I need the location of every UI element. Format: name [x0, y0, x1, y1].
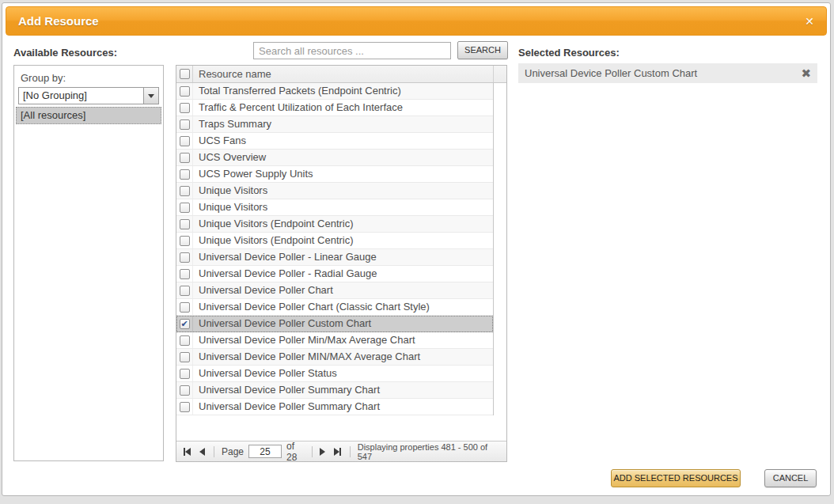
table-row[interactable]: Unique Visitors: [176, 199, 493, 216]
pager-divider: [312, 446, 313, 457]
select-all-checkbox[interactable]: [180, 69, 190, 79]
row-checkbox[interactable]: ✔: [180, 319, 190, 329]
group-by-dropdown[interactable]: [No Grouping]: [18, 87, 159, 104]
row-checkbox-cell: [176, 349, 193, 365]
first-page-icon[interactable]: [184, 448, 191, 456]
page-number-input[interactable]: [248, 445, 282, 458]
row-checkbox[interactable]: [180, 103, 190, 113]
row-label: Total Transferred Packets (Endpoint Cent…: [193, 83, 493, 99]
add-resource-dialog: Add Resource ✕ Available Resources: SEAR…: [2, 2, 831, 496]
row-label: Universal Device Poller - Linear Gauge: [193, 249, 493, 265]
table-row[interactable]: Universal Device Poller Summary Chart: [176, 399, 493, 415]
table-row[interactable]: Universal Device Poller Summary Chart: [176, 382, 493, 399]
search-input[interactable]: [253, 42, 451, 59]
table-row[interactable]: Universal Device Poller Min/Max Average …: [176, 332, 493, 349]
table-row[interactable]: UCS Fans: [176, 133, 493, 150]
dialog-titlebar: Add Resource ✕: [6, 6, 827, 36]
row-checkbox-cell: [176, 332, 193, 348]
table-row[interactable]: Universal Device Poller - Radial Gauge: [176, 266, 493, 282]
row-label: Universal Device Poller MIN/MAX Average …: [193, 349, 493, 365]
cancel-button[interactable]: CANCEL: [764, 469, 817, 487]
row-checkbox[interactable]: [180, 203, 190, 213]
table-row[interactable]: Traps Summary: [176, 116, 493, 133]
last-page-icon[interactable]: [334, 448, 341, 456]
chevron-down-icon: [148, 94, 154, 98]
table-row[interactable]: UCS Overview: [176, 150, 493, 166]
table-row[interactable]: Unique Visitors: [176, 183, 493, 199]
row-checkbox-cell: [176, 199, 193, 215]
pager-divider: [350, 446, 351, 457]
resource-table: Resource name Total Transferred Packets …: [176, 65, 507, 462]
row-checkbox[interactable]: [180, 385, 190, 396]
row-checkbox-cell: [176, 266, 193, 282]
table-row[interactable]: Universal Device Poller Chart (Classic C…: [176, 299, 493, 316]
row-checkbox[interactable]: [180, 236, 190, 246]
row-checkbox[interactable]: [180, 119, 190, 130]
available-resources-label: Available Resources:: [13, 47, 117, 59]
prev-page-icon[interactable]: [199, 448, 205, 456]
row-checkbox-cell: [176, 133, 193, 149]
row-label: UCS Fans: [193, 133, 493, 149]
row-checkbox-cell: [176, 399, 193, 415]
table-row[interactable]: Total Transferred Packets (Endpoint Cent…: [176, 83, 493, 100]
row-checkbox-cell: [176, 166, 193, 182]
row-checkbox[interactable]: [180, 335, 190, 346]
row-checkbox[interactable]: [180, 169, 190, 180]
row-checkbox[interactable]: [180, 402, 190, 412]
pager-divider: [214, 446, 214, 457]
page-label: Page: [222, 446, 244, 457]
group-by-label: Group by:: [21, 72, 163, 84]
table-row[interactable]: Universal Device Poller Chart: [176, 282, 493, 299]
row-checkbox[interactable]: [180, 269, 190, 279]
row-checkbox[interactable]: [180, 369, 190, 379]
select-all-cell: [176, 66, 193, 82]
table-row[interactable]: UCS Power Supply Units: [176, 166, 493, 183]
selected-resource-item: Universal Device Poller Custom Chart ✖: [518, 63, 817, 83]
row-label: Unique Visitors: [193, 199, 493, 215]
row-label: Universal Device Poller Chart (Classic C…: [193, 299, 493, 315]
row-checkbox[interactable]: [180, 86, 190, 97]
row-checkbox[interactable]: [180, 286, 190, 296]
row-label: Traffic & Percent Utilization of Each In…: [193, 100, 493, 116]
table-row[interactable]: Universal Device Poller - Linear Gauge: [176, 249, 493, 266]
row-checkbox[interactable]: [180, 153, 190, 163]
row-checkbox-cell: ✔: [176, 316, 193, 332]
row-checkbox[interactable]: [180, 136, 190, 146]
row-label: Unique Visitors (Endpoint Centric): [193, 216, 493, 232]
table-row[interactable]: Universal Device Poller MIN/MAX Average …: [176, 349, 493, 366]
dropdown-button[interactable]: [143, 88, 158, 104]
row-label: Universal Device Poller Chart: [193, 282, 493, 298]
row-checkbox[interactable]: [180, 219, 190, 229]
table-row[interactable]: Unique Visitors (Endpoint Centric): [176, 233, 493, 249]
row-checkbox-cell: [176, 150, 193, 165]
row-checkbox-cell: [176, 366, 193, 381]
close-icon[interactable]: ✕: [805, 7, 814, 36]
row-label: UCS Overview: [193, 150, 493, 165]
row-label: Universal Device Poller Summary Chart: [193, 399, 493, 415]
next-page-icon[interactable]: [320, 448, 325, 456]
search-button[interactable]: SEARCH: [457, 41, 508, 59]
row-label: Traps Summary: [193, 116, 493, 132]
selected-resources-label: Selected Resources:: [518, 47, 620, 59]
pagination-bar: Page of 28 Displaying properties 481 - 5…: [176, 441, 506, 461]
row-checkbox-cell: [176, 299, 193, 315]
row-checkbox-cell: [176, 233, 193, 248]
add-selected-resources-button[interactable]: ADD SELECTED RESOURCES: [611, 469, 741, 487]
page-of-label: of 28: [286, 441, 307, 463]
row-checkbox-cell: [176, 249, 193, 265]
row-checkbox[interactable]: [180, 302, 190, 313]
row-checkbox[interactable]: [180, 252, 190, 263]
table-row[interactable]: Universal Device Poller Status: [176, 366, 493, 382]
table-row[interactable]: Traffic & Percent Utilization of Each In…: [176, 100, 493, 116]
remove-icon[interactable]: ✖: [801, 67, 811, 79]
resource-name-header: Resource name: [193, 66, 493, 82]
row-checkbox[interactable]: [180, 352, 190, 362]
row-checkbox[interactable]: [180, 186, 190, 196]
group-items: [All resources]: [14, 107, 163, 124]
group-list-item[interactable]: [All resources]: [16, 107, 161, 124]
table-header-row: Resource name: [176, 66, 506, 83]
row-label: Universal Device Poller - Radial Gauge: [193, 266, 493, 282]
table-row[interactable]: Unique Visitors (Endpoint Centric): [176, 216, 493, 233]
selected-resource-label: Universal Device Poller Custom Chart: [518, 67, 801, 79]
table-row[interactable]: ✔ Universal Device Poller Custom Chart: [176, 316, 493, 332]
